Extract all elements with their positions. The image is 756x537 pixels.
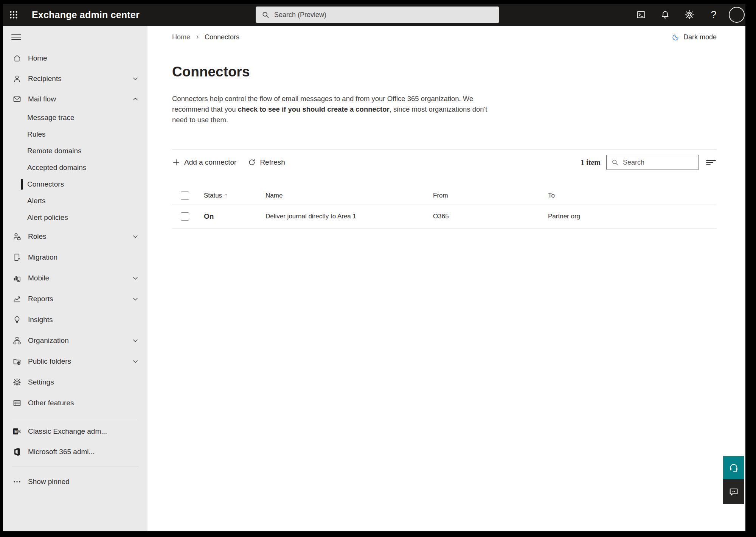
sidebar-item-alerts[interactable]: Alerts [3, 193, 147, 209]
list-search-box[interactable] [606, 155, 699, 170]
add-connector-label: Add a connector [184, 158, 236, 167]
app-launcher-button[interactable] [5, 4, 22, 26]
moon-icon [672, 33, 680, 41]
filter-button[interactable] [705, 157, 717, 167]
sidebar-divider [12, 418, 138, 418]
column-label: Status [204, 192, 222, 199]
sidebar-item-microsoft-365-admin[interactable]: Microsoft 365 admi... [3, 442, 147, 462]
plus-icon [172, 158, 180, 167]
support-button[interactable] [723, 456, 744, 479]
command-bar: Add a connector Refresh 1 item [172, 150, 717, 175]
nav-label: Reports [28, 295, 53, 303]
powershell-button[interactable] [632, 6, 650, 24]
from-cell: O365 [433, 213, 548, 220]
select-all-checkbox[interactable] [181, 191, 189, 200]
table-header-row: Status ↑ Name From To [172, 187, 717, 204]
chevron-down-icon [132, 233, 139, 240]
help-button[interactable]: ? [705, 6, 723, 24]
add-connector-button[interactable]: Add a connector [172, 156, 239, 169]
account-avatar[interactable] [729, 7, 745, 23]
nav-label: Migration [28, 253, 57, 261]
column-header-from[interactable]: From [433, 192, 548, 199]
nav-label: Rules [27, 130, 46, 139]
name-cell[interactable]: Deliver journal directly to Area 1 [265, 213, 433, 220]
list-search-input[interactable] [623, 159, 694, 167]
exchange-admin-window: Exchange admin center [3, 4, 745, 531]
question-mark-icon: ? [711, 9, 716, 21]
refresh-button[interactable]: Refresh [248, 156, 288, 169]
settings-button[interactable] [680, 6, 699, 24]
sidebar-item-migration[interactable]: Migration [3, 247, 147, 268]
sidebar-item-classic-exchange-admin[interactable]: E Classic Exchange adm... [3, 421, 147, 442]
selected-indicator [21, 179, 23, 190]
breadcrumb: Home Connectors [172, 33, 239, 41]
sidebar-item-accepted-domains[interactable]: Accepted domains [3, 159, 147, 176]
nav-label: Other features [28, 399, 74, 407]
refresh-label: Refresh [260, 158, 285, 167]
breadcrumb-current: Connectors [205, 33, 239, 41]
sidebar-item-alert-policies[interactable]: Alert policies [3, 209, 147, 226]
sidebar-item-mail-flow[interactable]: Mail flow [3, 89, 147, 109]
nav-label: Roles [28, 232, 47, 241]
table-icon [12, 398, 22, 408]
sidebar-item-organization[interactable]: Organization [3, 330, 147, 351]
nav-label: Connectors [27, 180, 64, 188]
nav-label: Organization [28, 336, 69, 345]
chevron-down-icon [132, 337, 139, 344]
sidebar-item-message-trace[interactable]: Message trace [3, 109, 147, 126]
collapse-nav-button[interactable] [3, 33, 147, 41]
column-header-to[interactable]: To [548, 192, 717, 199]
column-header-name[interactable]: Name [265, 192, 433, 199]
sidebar-item-recipients[interactable]: Recipients [3, 68, 147, 89]
notifications-button[interactable] [656, 6, 674, 24]
sidebar-item-other-features[interactable]: Other features [3, 392, 147, 413]
global-search-box[interactable] [256, 6, 499, 23]
filter-lines-icon [705, 157, 717, 167]
sidebar-item-show-pinned[interactable]: Show pinned [3, 472, 147, 492]
row-checkbox[interactable] [181, 212, 189, 221]
table-row[interactable]: On Deliver journal directly to Area 1 O3… [172, 204, 717, 229]
sidebar-item-public-folders[interactable]: Public folders [3, 351, 147, 372]
folder-globe-icon [12, 357, 22, 366]
column-header-status[interactable]: Status ↑ [204, 192, 265, 199]
gear-icon [12, 378, 22, 387]
sidebar-item-reports[interactable]: Reports [3, 288, 147, 309]
nav-label: Microsoft 365 admi... [28, 448, 95, 456]
status-cell: On [204, 212, 265, 221]
sidebar-item-mobile[interactable]: Mobile [3, 268, 147, 288]
sidebar-item-connectors[interactable]: Connectors [3, 176, 147, 193]
feedback-button[interactable] [723, 479, 744, 504]
microsoft-365-logo-icon [12, 447, 22, 456]
global-search-input[interactable] [274, 11, 494, 19]
nav-label: Classic Exchange adm... [28, 427, 107, 436]
document-arrow-icon [12, 253, 22, 262]
sidebar-item-home[interactable]: Home [3, 48, 147, 68]
top-app-bar: Exchange admin center [3, 4, 745, 26]
breadcrumb-home-link[interactable]: Home [172, 33, 190, 41]
column-label: From [433, 192, 448, 199]
dark-mode-label: Dark mode [683, 33, 717, 41]
sidebar-item-remote-domains[interactable]: Remote domains [3, 143, 147, 159]
chevron-down-icon [132, 274, 139, 282]
dark-mode-toggle[interactable]: Dark mode [672, 33, 717, 41]
person-icon [12, 74, 22, 83]
nav-label: Public folders [28, 357, 71, 366]
sidebar-item-settings[interactable]: Settings [3, 372, 147, 392]
chevron-up-icon [132, 95, 139, 103]
hamburger-icon [11, 33, 21, 41]
sidebar-item-roles[interactable]: Roles [3, 226, 147, 247]
search-icon [261, 11, 270, 19]
ellipsis-icon [12, 477, 22, 486]
chevron-down-icon [132, 75, 139, 82]
nav-label: Alerts [27, 197, 46, 205]
waffle-icon [9, 10, 19, 20]
gear-icon [685, 10, 694, 20]
sidebar-item-insights[interactable]: Insights [3, 309, 147, 330]
headset-icon [728, 462, 739, 473]
sidebar-item-rules[interactable]: Rules [3, 126, 147, 143]
person-briefcase-icon [12, 232, 22, 241]
search-icon [611, 159, 619, 166]
svg-text:E: E [14, 429, 17, 434]
to-cell: Partner org [548, 213, 717, 220]
home-icon [12, 54, 22, 63]
